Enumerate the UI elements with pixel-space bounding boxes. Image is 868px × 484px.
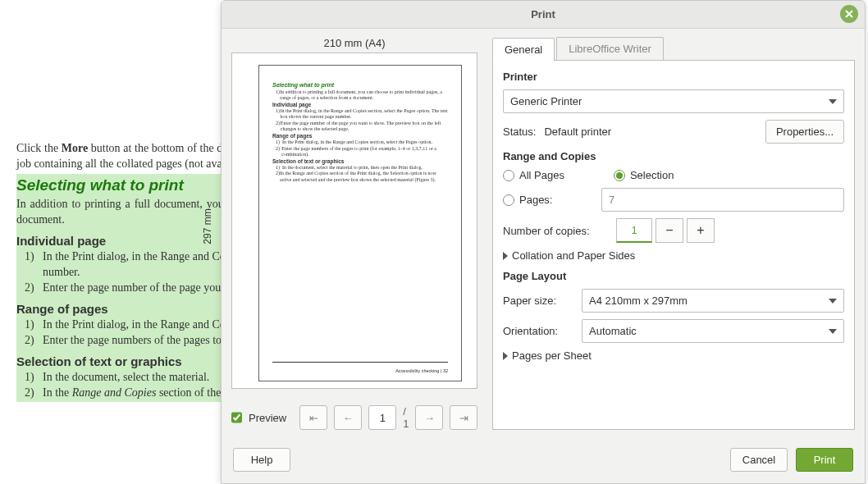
section-range: Range and Copies [503,150,844,162]
close-button[interactable] [840,5,858,23]
radio-all-pages[interactable]: All Pages [503,169,564,181]
tab-libreoffice-writer[interactable]: LibreOffice Writer [556,37,664,61]
radio-pages-label: Pages: [519,194,552,206]
radio-icon [614,170,625,181]
status-label: Status: [503,126,536,138]
radio-icon [503,194,514,206]
expand-triangle-icon [503,252,508,260]
preview-pane: 210 mm (A4) 297 mm Selecting what to pri… [231,37,477,430]
radio-all-pages-label: All Pages [519,169,564,181]
tab-body-general: Printer Generic Printer Status: Default … [492,60,855,430]
preview-area: 297 mm Selecting what to print 1)In addi… [231,53,477,389]
preview-controls: Preview ⇤ ← 1 / 1 → ⇥ [231,405,477,430]
copies-increment[interactable]: + [687,218,715,243]
status-value: Default printer [544,126,611,138]
print-dialog: Print 210 mm (A4) 297 mm Selecting what … [221,0,866,484]
chevron-down-icon [829,299,837,304]
expand-pages-per-sheet[interactable]: Pages per Sheet [503,349,844,362]
properties-button[interactable]: Properties... [765,120,844,144]
pages-input[interactable]: 7 [601,188,844,212]
paper-size-label: Paper size: [503,295,573,307]
section-printer: Printer [503,71,844,83]
preview-checkbox-label: Preview [249,412,286,424]
print-button[interactable]: Print [796,448,853,472]
radio-icon [503,170,514,181]
first-page-button[interactable]: ⇤ [299,405,327,430]
help-button[interactable]: Help [233,448,290,472]
chevron-down-icon [829,329,837,334]
paper-size-dropdown[interactable]: A4 210mm x 297mm [582,289,844,313]
preview-checkbox[interactable] [231,412,242,423]
radio-pages[interactable]: Pages: [503,194,593,206]
section-layout: Page Layout [503,270,844,282]
page-number-field[interactable]: 1 [368,405,396,430]
dialog-title: Print [531,8,555,21]
page-total-label: / 1 [403,405,409,430]
expand-triangle-icon [503,352,508,360]
prev-page-button[interactable]: ← [334,405,362,430]
paper-height-label: 297 mm [202,208,213,244]
copies-spinner[interactable]: 1 − + [616,218,715,243]
dialog-titlebar: Print [222,1,865,29]
radio-selection[interactable]: Selection [614,169,674,181]
printer-dropdown[interactable]: Generic Printer [503,89,844,113]
tabs: General LibreOffice Writer [492,37,855,61]
chevron-down-icon [829,99,837,104]
radio-selection-label: Selection [630,169,674,181]
cancel-button[interactable]: Cancel [730,448,788,472]
orientation-dropdown[interactable]: Automatic [582,319,844,343]
copies-label: Number of copies: [503,225,608,237]
dialog-footer: Help Cancel Print [222,441,865,483]
next-page-button[interactable]: → [415,405,443,430]
copies-value[interactable]: 1 [616,218,652,243]
expand-collation[interactable]: Collation and Paper Sides [503,249,844,262]
copies-decrement[interactable]: − [656,218,683,243]
orientation-label: Orientation: [503,325,573,337]
paper-width-label: 210 mm (A4) [231,37,477,49]
last-page-button[interactable]: ⇥ [450,405,477,430]
preview-page: Selecting what to print 1)In addition to… [258,65,462,381]
tab-general[interactable]: General [492,38,555,62]
